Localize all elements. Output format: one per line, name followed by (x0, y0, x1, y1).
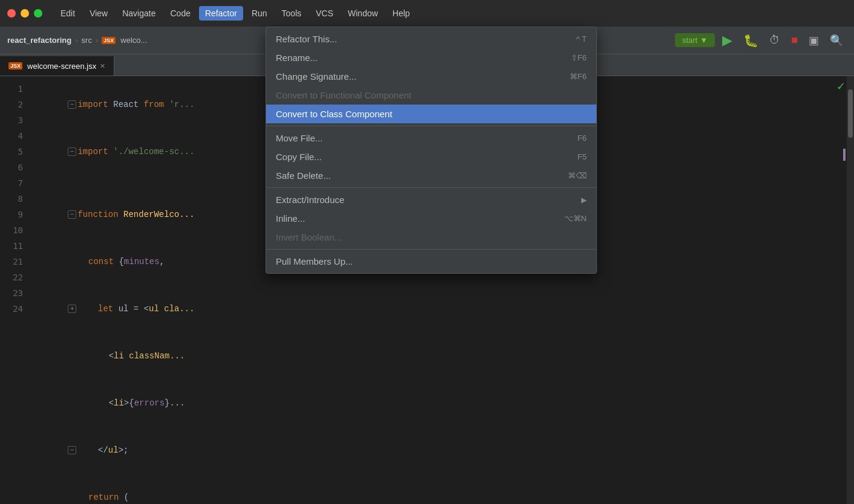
menu-view[interactable]: View (83, 6, 114, 21)
separator-3 (266, 249, 596, 250)
menu-label-change-signature: Change Signature... (276, 71, 356, 82)
menu-navigate[interactable]: Navigate (116, 6, 161, 21)
menu-item-to-functional: Convert to Functional Component (266, 86, 596, 105)
shortcut-inline: ⌥⌘N (564, 214, 587, 223)
menu-vcs[interactable]: VCS (310, 6, 339, 21)
menu-item-refactor-this[interactable]: Refactor This... ^ T (266, 30, 596, 48)
menu-item-change-signature[interactable]: Change Signature... ⌘F6 (266, 67, 596, 86)
close-button[interactable] (7, 9, 16, 18)
menu-label-copy-file: Copy File... (276, 152, 322, 162)
menu-item-to-class[interactable]: Convert to Class Component (266, 105, 596, 123)
menu-edit[interactable]: Edit (54, 6, 81, 21)
menu-label-rename: Rename... (276, 53, 318, 63)
dropdown-overlay: Refactor This... ^ T Rename... ⇧F6 Chang… (0, 27, 854, 504)
menubar: Edit View Navigate Code Refactor Run Too… (0, 0, 854, 27)
shortcut-safe-delete: ⌘⌫ (568, 171, 587, 180)
menu-item-inline[interactable]: Inline... ⌥⌘N (266, 209, 596, 228)
menu-item-copy-file[interactable]: Copy File... F5 (266, 147, 596, 166)
menu-label-to-functional: Convert to Functional Component (276, 90, 411, 100)
menu-items: Edit View Navigate Code Refactor Run Too… (54, 6, 416, 21)
menu-item-invert-boolean: Invert Boolean... (266, 228, 596, 247)
refactor-menu: Refactor This... ^ T Rename... ⇧F6 Chang… (266, 27, 597, 274)
menu-item-safe-delete[interactable]: Safe Delete... ⌘⌫ (266, 166, 596, 185)
shortcut-refactor-this: ^ T (576, 34, 587, 44)
shortcut-copy-file: F5 (578, 152, 587, 161)
menu-item-extract[interactable]: Extract/Introduce ▶ (266, 190, 596, 209)
shortcut-extract: ▶ (581, 196, 587, 204)
shortcut-move-file: F6 (578, 134, 587, 143)
shortcut-rename: ⇧F6 (571, 53, 587, 62)
separator-2 (266, 187, 596, 188)
menu-label-inline: Inline... (276, 213, 305, 224)
menu-label-extract: Extract/Introduce (276, 195, 344, 205)
menu-window[interactable]: Window (342, 6, 384, 21)
maximize-button[interactable] (34, 9, 42, 18)
traffic-lights (7, 9, 42, 18)
menu-label-refactor-this: Refactor This... (276, 34, 337, 44)
menu-code[interactable]: Code (164, 6, 196, 21)
menu-run[interactable]: Run (246, 6, 273, 21)
menu-label-safe-delete: Safe Delete... (276, 170, 331, 181)
minimize-button[interactable] (21, 9, 29, 18)
menu-label-move-file: Move File... (276, 133, 323, 143)
menu-tools[interactable]: Tools (276, 6, 308, 21)
menu-label-invert-boolean: Invert Boolean... (276, 232, 342, 242)
menu-item-rename[interactable]: Rename... ⇧F6 (266, 48, 596, 67)
menu-item-pull-members[interactable]: Pull Members Up... (266, 252, 596, 271)
menu-refactor[interactable]: Refactor (199, 6, 243, 21)
menu-label-pull-members: Pull Members Up... (276, 256, 353, 267)
shortcut-change-signature: ⌘F6 (570, 72, 587, 81)
separator-1 (266, 126, 596, 126)
menu-label-to-class: Convert to Class Component (276, 109, 393, 119)
menu-item-move-file[interactable]: Move File... F6 (266, 129, 596, 147)
menu-help[interactable]: Help (386, 6, 416, 21)
